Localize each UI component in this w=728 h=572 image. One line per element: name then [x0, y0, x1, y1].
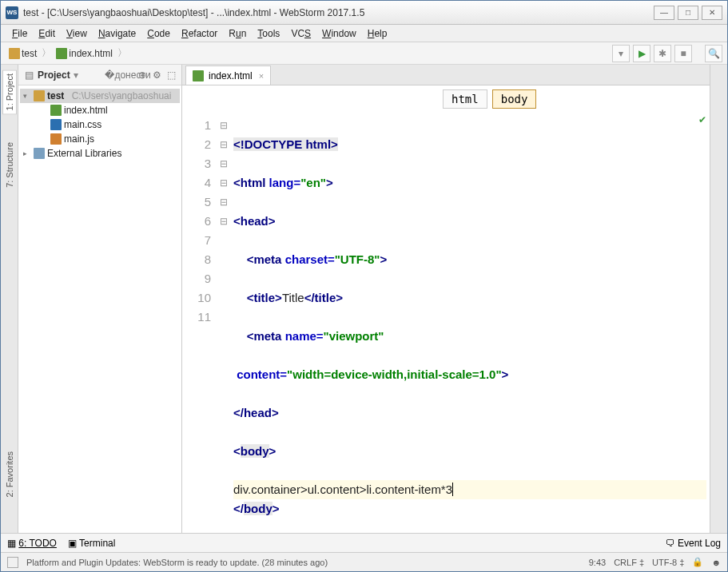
breadcrumb-sep: 〉	[40, 46, 53, 60]
navigation-bar: test 〉 index.html 〉 ▾ ▶ ✱ ■ 🔍	[1, 42, 727, 65]
tree-label: test	[47, 90, 64, 101]
menu-refactor[interactable]: Refactor	[177, 26, 222, 41]
expand-icon[interactable]: ▸	[23, 149, 31, 157]
tool-tab-terminal[interactable]: ▣ Terminal	[68, 538, 115, 549]
stop-button[interactable]: ■	[674, 45, 692, 62]
js-icon	[50, 133, 62, 145]
menu-tools[interactable]: Tools	[253, 26, 284, 41]
tree-label: External Libraries	[47, 148, 121, 159]
tree-path: C:\Users\yangbaoshuai	[72, 90, 172, 101]
code-editor[interactable]: ✔ 1234567891011 ⊟⊟⊟⊟⊟⊟ <!DOCTYPE html> <…	[182, 113, 710, 533]
app-icon: WS	[6, 6, 18, 19]
project-panel-header: ▤ Project ▾ �донести ⊕ ⚙ ⬚	[18, 65, 181, 85]
menu-code[interactable]: Code	[142, 26, 175, 41]
tree-label: main.css	[64, 119, 101, 130]
maximize-button[interactable]: □	[678, 6, 698, 20]
tool-tab-eventlog[interactable]: 🗨 Event Log	[666, 538, 721, 549]
status-icon[interactable]	[7, 557, 18, 568]
code-content[interactable]: <!DOCTYPE html> <html lang="en"> <head> …	[230, 113, 710, 533]
tree-item[interactable]: index.html	[20, 103, 180, 117]
main-body: 1: Project 7: Structure 2: Favorites ▤ P…	[1, 65, 727, 533]
crumb-html[interactable]: html	[443, 89, 487, 109]
editor-tabbar: index.html ×	[182, 65, 710, 85]
status-line-sep[interactable]: CRLF ‡	[614, 558, 644, 567]
window: WS test - [C:\Users\yangbaoshuai\Desktop…	[0, 0, 728, 572]
editor-tab[interactable]: index.html ×	[185, 66, 271, 85]
tree-item[interactable]: main.css	[20, 117, 180, 132]
menu-file[interactable]: File	[7, 26, 32, 41]
search-button[interactable]: 🔍	[705, 45, 722, 62]
menu-help[interactable]: Help	[363, 26, 392, 41]
tree-root[interactable]: ▾ test C:\Users\yangbaoshuai	[20, 89, 180, 103]
menu-view[interactable]: View	[62, 26, 92, 41]
project-panel: ▤ Project ▾ �донести ⊕ ⚙ ⬚ ▾ test C:\Use…	[18, 65, 182, 533]
close-button[interactable]: ✕	[702, 6, 722, 20]
breadcrumb-file[interactable]: index.html	[53, 46, 116, 61]
crumb-body[interactable]: body	[492, 89, 537, 109]
left-gutter: 1: Project 7: Structure 2: Favorites	[1, 65, 18, 533]
minimize-button[interactable]: —	[654, 6, 674, 20]
project-tree[interactable]: ▾ test C:\Users\yangbaoshuai index.html …	[18, 85, 181, 533]
debug-button[interactable]: ✱	[654, 45, 671, 62]
status-position[interactable]: 9:43	[589, 558, 606, 567]
locate-icon[interactable]: ⊕	[137, 70, 148, 81]
menubar: File Edit View Navigate Code Refactor Ru…	[1, 25, 727, 42]
tab-label: index.html	[209, 70, 253, 81]
run-config-dropdown[interactable]: ▾	[612, 45, 630, 62]
bottom-toolbar: ▦ 6: TODO ▣ Terminal 🗨 Event Log	[1, 533, 727, 552]
folder-icon	[9, 48, 20, 59]
tool-tab-favorites[interactable]: 2: Favorites	[2, 447, 17, 501]
tool-tab-project[interactable]: 1: Project	[2, 70, 17, 114]
library-icon	[34, 148, 45, 159]
breadcrumb-label: index.html	[69, 48, 113, 59]
fold-gutter[interactable]: ⊟⊟⊟⊟⊟⊟	[217, 113, 230, 533]
tool-tab-structure[interactable]: 7: Structure	[2, 138, 17, 192]
status-message: Platform and Plugin Updates: WebStorm is…	[26, 558, 328, 567]
expand-icon[interactable]: ▾	[23, 92, 31, 100]
menu-navigate[interactable]: Navigate	[93, 26, 141, 41]
breadcrumb-root[interactable]: test	[6, 46, 40, 61]
menu-edit[interactable]: Edit	[34, 26, 60, 41]
text-caret	[452, 483, 453, 496]
line-numbers: 1234567891011	[182, 113, 217, 533]
menu-vcs[interactable]: VCS	[286, 26, 316, 41]
lock-icon[interactable]: 🔒	[692, 557, 703, 567]
collapse-icon[interactable]: �донести	[122, 70, 133, 81]
titlebar[interactable]: WS test - [C:\Users\yangbaoshuai\Desktop…	[1, 1, 727, 25]
tree-label: main.js	[64, 133, 94, 145]
tree-item[interactable]: main.js	[20, 132, 180, 146]
close-tab-icon[interactable]: ×	[259, 71, 264, 81]
tree-label: index.html	[64, 105, 108, 116]
window-title: test - [C:\Users\yangbaoshuai\Desktop\te…	[23, 7, 650, 18]
project-panel-title: Project	[38, 70, 70, 81]
project-icon: ▤	[23, 70, 34, 81]
run-button[interactable]: ▶	[633, 45, 650, 62]
menu-window[interactable]: Window	[317, 26, 361, 41]
inspection-ok-icon: ✔	[698, 114, 706, 125]
editor-area: index.html × html body ✔ 1234567891011 ⊟…	[182, 65, 710, 533]
html-icon	[193, 70, 204, 81]
hector-icon[interactable]: ☻	[711, 558, 721, 567]
tool-tab-todo[interactable]: ▦ 6: TODO	[7, 538, 57, 549]
breadcrumb-sep: 〉	[116, 46, 129, 60]
html-breadcrumb: html body	[182, 85, 710, 113]
status-encoding[interactable]: UTF-8 ‡	[652, 558, 684, 567]
hide-icon[interactable]: ⬚	[165, 70, 177, 81]
breadcrumb-label: test	[22, 48, 37, 59]
css-icon	[50, 119, 62, 130]
menu-run[interactable]: Run	[224, 26, 251, 41]
right-gutter	[710, 65, 727, 533]
html-icon	[50, 105, 62, 116]
statusbar: Platform and Plugin Updates: WebStorm is…	[1, 552, 727, 571]
tree-external[interactable]: ▸External Libraries	[20, 146, 180, 161]
gear-icon[interactable]: ⚙	[151, 70, 162, 81]
folder-icon	[34, 90, 45, 101]
html-icon	[56, 48, 67, 59]
